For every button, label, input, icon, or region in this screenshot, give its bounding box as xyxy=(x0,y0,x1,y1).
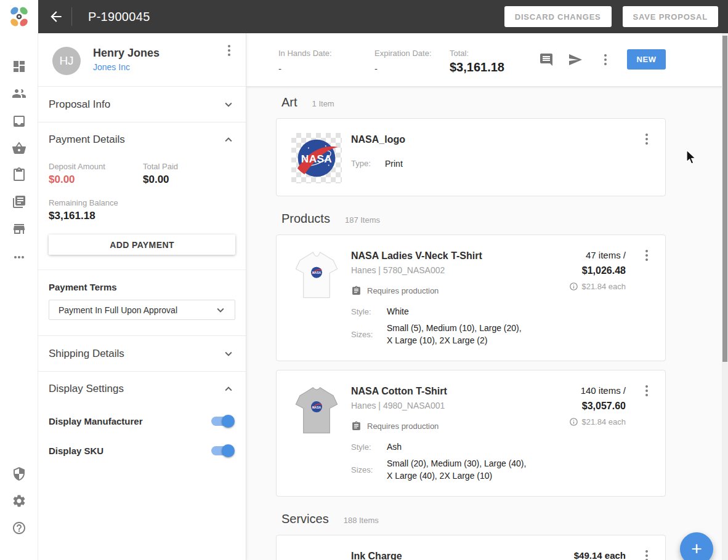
art-item-menu-button[interactable] xyxy=(639,132,654,146)
section-payment-details: Payment Details Deposit Amount $0.00 Tot… xyxy=(38,122,246,336)
plus-icon: + xyxy=(691,538,702,559)
style-label: Style: xyxy=(351,442,387,452)
product-menu-button[interactable] xyxy=(639,383,654,398)
section-proposal-info[interactable]: Proposal Info xyxy=(38,87,246,122)
service-thumbnail xyxy=(291,550,342,560)
svg-text:NASA: NASA xyxy=(301,153,332,165)
payment-terms-value: Payment In Full Upon Approval xyxy=(59,305,177,315)
production-clipboard-icon xyxy=(351,286,362,296)
svg-text:NASA: NASA xyxy=(312,271,321,274)
style-value: White xyxy=(387,305,527,318)
dashboard-icon[interactable] xyxy=(12,59,26,74)
product-menu-button[interactable] xyxy=(639,248,654,263)
kebab-icon xyxy=(645,385,648,396)
product-each-price: $21.84 each xyxy=(581,417,626,426)
add-payment-button[interactable]: ADD PAYMENT xyxy=(49,234,235,255)
inbox-icon[interactable] xyxy=(12,114,26,129)
info-icon[interactable] xyxy=(569,417,578,426)
payment-terms-select[interactable]: Payment In Full Upon Approval xyxy=(49,300,235,320)
deposit-amount-label: Deposit Amount xyxy=(49,162,143,171)
nav-rail xyxy=(0,33,38,560)
orders-basket-icon[interactable] xyxy=(12,141,26,156)
stores-storefront-icon[interactable] xyxy=(12,222,26,236)
sizes-value: Small (5), Medium (10), Large (20), X La… xyxy=(387,322,527,346)
total-label: Total: xyxy=(450,49,504,58)
product-each-price: $21.84 each xyxy=(581,282,626,291)
art-count: 1 Item xyxy=(312,99,334,108)
customer-card: HJ Henry Jones Jones Inc xyxy=(38,33,246,87)
customer-initials-avatar: HJ xyxy=(52,47,81,75)
services-section-header: Services 188 Items xyxy=(281,512,728,526)
info-icon[interactable] xyxy=(569,282,578,291)
payment-details-header[interactable]: Payment Details xyxy=(49,122,235,157)
catalogs-library-icon[interactable] xyxy=(12,194,26,209)
style-label: Style: xyxy=(351,307,387,316)
back-arrow-icon[interactable] xyxy=(48,9,64,25)
deposit-amount: Deposit Amount $0.00 xyxy=(49,162,143,186)
service-menu-button[interactable] xyxy=(639,548,654,560)
summary-menu-button[interactable] xyxy=(598,52,613,67)
product-card[interactable]: NASA NASA Ladies V-Neck T-Shirt Hanes | … xyxy=(276,234,666,361)
tasks-clipboard-icon[interactable] xyxy=(12,167,26,182)
help-icon[interactable] xyxy=(12,521,26,535)
settings-gear-icon[interactable] xyxy=(12,494,26,508)
proposal-id-title: P-1900045 xyxy=(88,10,150,24)
status-badge[interactable]: NEW xyxy=(627,49,666,70)
customer-menu-button[interactable] xyxy=(222,43,237,58)
kebab-icon xyxy=(645,250,648,261)
kebab-icon xyxy=(645,550,648,560)
total-paid-label: Total Paid xyxy=(143,162,235,171)
display-settings-header[interactable]: Display Settings xyxy=(49,372,235,406)
sizes-label: Sizes: xyxy=(351,465,387,474)
section-display-settings: Display Settings Display Manufacturer Di… xyxy=(38,372,246,465)
app-logo-icon xyxy=(7,5,31,28)
more-menu-icon[interactable] xyxy=(12,250,26,265)
art-item-name: NASA_logo xyxy=(351,134,650,145)
services-count: 188 Items xyxy=(344,516,379,525)
save-proposal-button[interactable]: SAVE PROPOSAL xyxy=(623,6,718,27)
art-heading: Art xyxy=(281,95,297,110)
svg-text:NASA: NASA xyxy=(312,406,321,409)
proposal-summary-bar: In Hands Date: - Expiration Date: - Tota… xyxy=(246,33,728,86)
display-manufacturer-label: Display Manufacturer xyxy=(49,416,143,426)
sizes-label: Sizes: xyxy=(351,330,387,339)
security-shield-icon[interactable] xyxy=(12,466,26,481)
scrollbar-track[interactable] xyxy=(722,33,728,560)
scrollbar-thumb[interactable] xyxy=(722,36,727,362)
discard-changes-button[interactable]: DISCARD CHANGES xyxy=(504,6,612,27)
product-card[interactable]: NASA NASA Cotton T-Shirt Hanes | 4980_NA… xyxy=(276,370,666,497)
ash-tshirt-image: NASA xyxy=(291,385,342,435)
display-manufacturer-toggle[interactable] xyxy=(211,417,234,426)
total-paid-value: $0.00 xyxy=(143,174,235,186)
comment-icon[interactable] xyxy=(539,52,554,67)
product-price: $1,026.48 xyxy=(569,265,626,276)
add-item-fab[interactable]: + xyxy=(680,532,713,560)
display-sku-toggle[interactable] xyxy=(211,446,234,455)
in-hands-date-value: - xyxy=(278,63,332,74)
art-card[interactable]: NASA NASA_logo Type: Print xyxy=(276,118,666,196)
service-card[interactable]: Ink Charge $49.14 each xyxy=(276,535,666,560)
product-quantity: 47 items / xyxy=(569,250,626,260)
proposal-main-area: In Hands Date: - Expiration Date: - Tota… xyxy=(246,33,728,560)
app-logo[interactable] xyxy=(0,0,38,33)
product-quantity: 140 items / xyxy=(569,385,626,396)
display-sku-row: Display SKU xyxy=(49,436,235,465)
contacts-icon[interactable] xyxy=(12,86,26,101)
shipping-details-title: Shipping Details xyxy=(49,348,124,360)
in-hands-date: In Hands Date: - xyxy=(278,49,332,74)
remaining-balance-label: Remaining Balance xyxy=(49,198,235,207)
display-settings-title: Display Settings xyxy=(49,383,124,395)
proposal-side-panel: HJ Henry Jones Jones Inc Proposal Info P… xyxy=(38,33,246,560)
customer-company-link[interactable]: Jones Inc xyxy=(93,62,130,72)
payment-terms-label: Payment Terms xyxy=(49,282,235,292)
chevron-down-icon xyxy=(222,347,235,361)
production-status-text: Requires production xyxy=(367,286,439,295)
send-icon[interactable] xyxy=(568,52,583,67)
chevron-down-icon xyxy=(222,98,235,111)
kebab-icon xyxy=(604,54,607,65)
art-type-value: Print xyxy=(385,159,403,169)
section-shipping-details[interactable]: Shipping Details xyxy=(38,336,246,372)
nasa-logo-image: NASA xyxy=(291,133,342,183)
payment-details-title: Payment Details xyxy=(49,134,125,146)
chevron-down-icon xyxy=(214,303,227,317)
